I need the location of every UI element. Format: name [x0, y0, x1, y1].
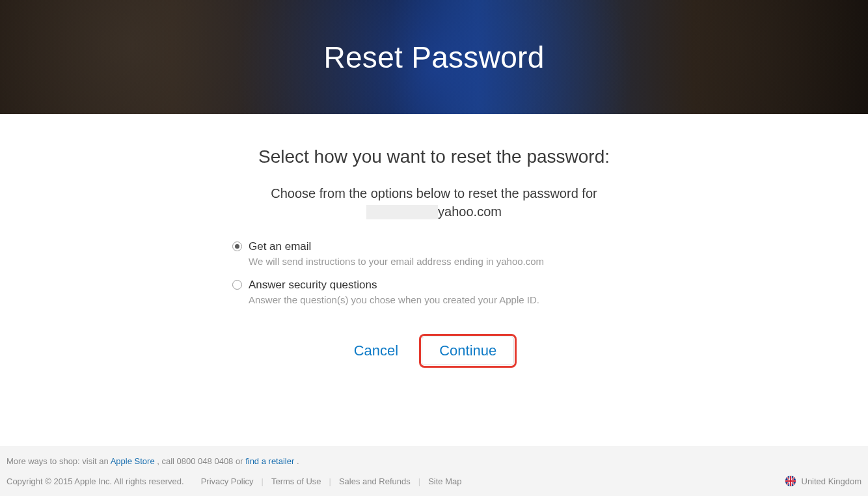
- radio-security-questions[interactable]: [232, 280, 242, 290]
- option-description: We will send instructions to your email …: [249, 256, 636, 267]
- reset-options: Get an email We will send instructions t…: [232, 240, 636, 305]
- find-retailer-link[interactable]: find a retailer: [245, 456, 294, 466]
- footer-shop-suffix: .: [297, 456, 299, 466]
- region-label: United Kingdom: [802, 476, 862, 486]
- option-get-email[interactable]: Get an email We will send instructions t…: [232, 240, 636, 267]
- redacted-email-local: [366, 205, 438, 219]
- option-security-questions[interactable]: Answer security questions Answer the que…: [232, 279, 636, 305]
- option-label: Get an email: [249, 240, 311, 253]
- sales-refunds-link[interactable]: Sales and Refunds: [339, 476, 411, 486]
- account-email: yahoo.com: [366, 204, 502, 219]
- instruction-text: Choose from the options below to reset t…: [0, 184, 868, 203]
- continue-button[interactable]: Continue: [422, 337, 514, 365]
- email-domain: yahoo.com: [438, 204, 502, 219]
- radio-get-email[interactable]: [232, 241, 242, 251]
- uk-flag-icon: [785, 475, 796, 487]
- apple-store-link[interactable]: Apple Store: [111, 456, 155, 466]
- footer-shop-prefix: More ways to shop: visit an: [7, 456, 111, 466]
- page-title: Reset Password: [323, 40, 544, 75]
- main-content: Select how you want to reset the passwor…: [0, 114, 868, 365]
- option-label: Answer security questions: [249, 279, 377, 292]
- privacy-policy-link[interactable]: Privacy Policy: [201, 476, 254, 486]
- footer-links: Copyright © 2015 Apple Inc. All rights r…: [7, 476, 461, 486]
- copyright-text: Copyright © 2015 Apple Inc. All rights r…: [7, 476, 184, 486]
- region-selector[interactable]: United Kingdom: [785, 475, 862, 487]
- action-buttons: Cancel Continue: [0, 337, 868, 365]
- terms-of-use-link[interactable]: Terms of Use: [271, 476, 321, 486]
- subheading: Select how you want to reset the passwor…: [0, 146, 868, 167]
- page-footer: More ways to shop: visit an Apple Store …: [0, 447, 868, 496]
- option-description: Answer the question(s) you chose when yo…: [249, 294, 636, 305]
- footer-shop-line: More ways to shop: visit an Apple Store …: [7, 456, 861, 466]
- site-map-link[interactable]: Site Map: [428, 476, 461, 486]
- footer-shop-mid: , call 0800 048 0408 or: [157, 456, 245, 466]
- cancel-button[interactable]: Cancel: [354, 342, 398, 359]
- hero-banner: Reset Password: [0, 0, 868, 114]
